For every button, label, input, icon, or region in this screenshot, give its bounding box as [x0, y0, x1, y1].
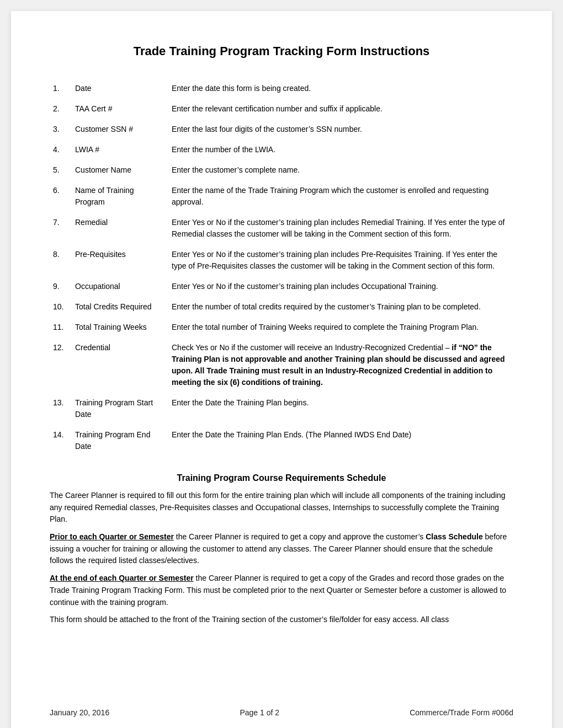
course-paragraphs: The Career Planner is required to fill o… [50, 490, 513, 626]
instruction-label: Remedial [72, 212, 168, 244]
instruction-row: 6.Name of Training ProgramEnter the name… [50, 180, 513, 212]
instruction-desc: Enter Yes or No if the customer’s traini… [168, 276, 513, 297]
footer: January 20, 2016 Page 1 of 2 Commerce/Tr… [50, 708, 513, 717]
instruction-desc: Enter the customer’s complete name. [168, 160, 513, 180]
instruction-num: 2. [50, 99, 72, 119]
footer-left: January 20, 2016 [50, 708, 109, 717]
course-section-title: Training Program Course Requirements Sch… [50, 473, 513, 483]
instruction-desc: Enter Yes or No if the customer’s traini… [168, 212, 513, 244]
instruction-num: 7. [50, 212, 72, 244]
course-paragraph: This form should be attached to the fron… [50, 614, 513, 626]
instruction-desc: Enter the number of the LWIA. [168, 140, 513, 160]
instruction-label: Training Program End Date [72, 425, 168, 457]
page-title: Trade Training Program Tracking Form Ins… [50, 44, 513, 58]
instruction-label: Pre-Requisites [72, 244, 168, 276]
instruction-row: 1.DateEnter the date this form is being … [50, 78, 513, 99]
footer-center: Page 1 of 2 [240, 708, 279, 717]
instruction-desc: Enter the date this form is being create… [168, 78, 513, 99]
instruction-label: Customer SSN # [72, 119, 168, 140]
instruction-row: 4.LWIA #Enter the number of the LWIA. [50, 140, 513, 160]
instruction-label: Training Program Start Date [72, 393, 168, 425]
instruction-row: 2.TAA Cert #Enter the relevant certifica… [50, 99, 513, 119]
instruction-desc: Enter Yes or No if the customer’s traini… [168, 244, 513, 276]
instruction-num: 4. [50, 140, 72, 160]
instruction-row: 12.CredentialCheck Yes or No if the cust… [50, 338, 513, 393]
instruction-desc: Enter the last four digits of the custom… [168, 119, 513, 140]
instruction-num: 3. [50, 119, 72, 140]
instruction-row: 14.Training Program End DateEnter the Da… [50, 425, 513, 457]
instruction-num: 13. [50, 393, 72, 425]
instruction-label: Customer Name [72, 160, 168, 180]
instruction-num: 10. [50, 297, 72, 317]
instructions-table: 1.DateEnter the date this form is being … [50, 78, 513, 457]
instruction-desc: Enter the total number of Training Weeks… [168, 317, 513, 338]
instruction-num: 6. [50, 180, 72, 212]
instruction-desc: Check Yes or No if the customer will rec… [168, 338, 513, 393]
instruction-label: Date [72, 78, 168, 99]
instruction-label: Total Credits Required [72, 297, 168, 317]
instruction-label: Total Training Weeks [72, 317, 168, 338]
instruction-row: 5.Customer NameEnter the customer’s comp… [50, 160, 513, 180]
instruction-label: TAA Cert # [72, 99, 168, 119]
instruction-row: 13.Training Program Start DateEnter the … [50, 393, 513, 425]
instruction-desc: Enter the Date the Training Plan begins. [168, 393, 513, 425]
instruction-num: 12. [50, 338, 72, 393]
instruction-num: 8. [50, 244, 72, 276]
instruction-num: 5. [50, 160, 72, 180]
instruction-desc: Enter the Date the Training Plan Ends. (… [168, 425, 513, 457]
instruction-num: 9. [50, 276, 72, 297]
instruction-label: Occupational [72, 276, 168, 297]
instruction-row: 8.Pre-RequisitesEnter Yes or No if the c… [50, 244, 513, 276]
footer-right: Commerce/Trade Form #006d [410, 708, 513, 717]
instruction-desc: Enter the name of the Trade Training Pro… [168, 180, 513, 212]
course-paragraph: The Career Planner is required to fill o… [50, 490, 513, 526]
instruction-label: Credential [72, 338, 168, 393]
course-paragraph: Prior to each Quarter or Semester the Ca… [50, 531, 513, 567]
instruction-label: Name of Training Program [72, 180, 168, 212]
instruction-row: 10.Total Credits RequiredEnter the numbe… [50, 297, 513, 317]
instruction-row: 11.Total Training WeeksEnter the total n… [50, 317, 513, 338]
course-paragraph: At the end of each Quarter or Semester t… [50, 572, 513, 608]
instruction-row: 7.RemedialEnter Yes or No if the custome… [50, 212, 513, 244]
instruction-desc: Enter the relevant certification number … [168, 99, 513, 119]
instruction-num: 1. [50, 78, 72, 99]
instruction-row: 9.OccupationalEnter Yes or No if the cus… [50, 276, 513, 297]
instruction-num: 14. [50, 425, 72, 457]
instruction-row: 3.Customer SSN #Enter the last four digi… [50, 119, 513, 140]
instruction-label: LWIA # [72, 140, 168, 160]
instruction-desc: Enter the number of total credits requir… [168, 297, 513, 317]
page: Trade Training Program Tracking Form Ins… [11, 11, 552, 728]
instruction-num: 11. [50, 317, 72, 338]
